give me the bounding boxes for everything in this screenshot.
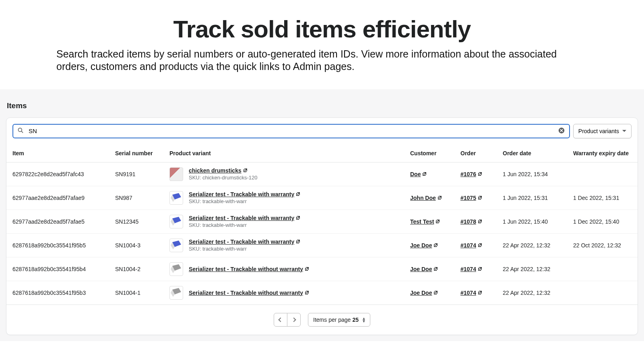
cell-item: 6287618a992b0c35541f95b5 [6,233,109,257]
external-link-icon [296,192,300,196]
section-title: Items [6,101,638,110]
external-link-icon [433,243,438,247]
product-link[interactable]: Serializer test - Trackable without warr… [189,266,303,272]
product-thumb [169,191,183,205]
order-link[interactable]: #1078 [460,218,476,225]
cell-item: 6287618a992b0c35541f95b4 [6,257,109,281]
external-link-icon [436,219,440,224]
product-sku: SKU: chicken-drumsticks-120 [189,175,258,181]
cell-order-date: 1 Jun 2022, 15:40 [497,210,567,233]
filter-label: Product variants [578,128,619,134]
external-link-icon [305,290,309,295]
cell-customer: Joe Doe [404,281,454,304]
external-link-icon [296,239,300,244]
customer-link[interactable]: Joe Doe [410,266,432,272]
chevron-left-icon [278,317,283,322]
external-link-icon [478,195,482,200]
external-link-icon [305,267,309,271]
external-link-icon [433,267,438,271]
sort-icon: ▲▼ [362,317,366,323]
per-page-value: 25 [352,317,359,323]
cell-item: 62977aad2e8d2ead5f7afae5 [6,210,109,233]
table-row: 6287618a992b0c35541f95b3SN1004-1Serializ… [6,281,638,304]
next-page-button[interactable] [287,313,301,327]
cell-order-date: 22 Apr 2022, 12:32 [497,257,567,281]
clear-search-button[interactable] [556,125,567,137]
customer-link[interactable]: Joe Doe [410,242,432,249]
cell-customer: John Doe [404,186,454,210]
cell-item: 6297822c2e8d2ead5f7afc43 [6,162,109,186]
cell-order-date: 1 Jun 2022, 15:31 [497,186,567,210]
cell-serial: SN12345 [109,210,163,233]
product-thumb [169,262,183,276]
table-row: 6287618a992b0c35541f95b4SN1004-2Serializ… [6,257,638,281]
cell-warranty: 1 Dec 2022, 15:40 [567,210,638,233]
search-icon [17,127,24,135]
col-customer: Customer [404,144,454,162]
product-link[interactable]: Serializer test - Trackable with warrant… [189,239,294,245]
col-product: Product variant [163,144,404,162]
external-link-icon [422,172,427,176]
col-item: Item [6,144,109,162]
cell-order: #1075 [454,186,497,210]
product-sku: SKU: trackable-with-warr [189,246,300,252]
col-order: Order [454,144,497,162]
external-link-icon [478,290,482,295]
search-input[interactable] [12,124,570,138]
external-link-icon [478,243,482,247]
items-per-page-select[interactable]: Items per page 25 ▲▼ [308,313,370,327]
col-order-date: Order date [497,144,567,162]
cell-item: 62977aae2e8d2ead5f7afae9 [6,186,109,210]
product-variants-filter[interactable]: Product variants [573,124,632,138]
cell-order-date: 22 Apr 2022, 12:32 [497,281,567,304]
items-card: Product variants Item Serial number Prod… [6,117,638,335]
product-thumb [169,167,183,181]
product-link[interactable]: Serializer test - Trackable with warrant… [189,215,294,221]
pagination: Items per page 25 ▲▼ [6,305,638,335]
cell-product: Serializer test - Trackable without warr… [163,281,404,304]
product-sku: SKU: trackable-with-warr [189,222,300,228]
cell-order: #1074 [454,257,497,281]
items-section: Items Product variants [0,89,644,341]
cell-customer: Test Test [404,210,454,233]
cell-serial: SN1004-3 [109,233,163,257]
cell-order-date: 22 Apr 2022, 12:32 [497,233,567,257]
clear-icon [558,127,565,135]
order-link[interactable]: #1074 [460,290,476,296]
table-row: 6287618a992b0c35541f95b5SN1004-3Serializ… [6,233,638,257]
customer-link[interactable]: John Doe [410,195,436,201]
product-link[interactable]: Serializer test - Trackable with warrant… [189,191,294,197]
customer-link[interactable]: Joe Doe [410,290,432,296]
order-link[interactable]: #1076 [460,171,476,177]
cell-warranty [567,162,638,186]
product-thumb [169,286,183,300]
cell-order: #1078 [454,210,497,233]
customer-link[interactable]: Test Test [410,218,434,225]
cell-item: 6287618a992b0c35541f95b3 [6,281,109,304]
cell-customer: Doe [404,162,454,186]
toolbar: Product variants [6,118,638,144]
per-page-label: Items per page [313,317,351,323]
order-link[interactable]: #1074 [460,266,476,272]
svg-line-1 [21,131,23,132]
customer-link[interactable]: Doe [410,171,421,177]
cell-serial: SN987 [109,186,163,210]
table-row: 62977aad2e8d2ead5f7afae5SN12345Serialize… [6,210,638,233]
cell-warranty [567,281,638,304]
cell-order: #1076 [454,162,497,186]
cell-serial: SN9191 [109,162,163,186]
cell-warranty: 22 Oct 2022, 12:32 [567,233,638,257]
page-subtitle: Search tracked items by serial numbers o… [56,48,588,73]
external-link-icon [438,195,442,200]
prev-page-button[interactable] [274,313,287,327]
product-link[interactable]: Serializer test - Trackable without warr… [189,290,303,296]
product-thumb [169,239,183,252]
order-link[interactable]: #1074 [460,242,476,249]
cell-customer: Joe Doe [404,233,454,257]
search-wrapper [12,124,570,138]
table-row: 62977aae2e8d2ead5f7afae9SN987Serializer … [6,186,638,210]
page-buttons [274,313,301,327]
chevron-right-icon [291,317,296,322]
order-link[interactable]: #1075 [460,195,476,201]
product-link[interactable]: chicken drumsticks [189,167,242,174]
